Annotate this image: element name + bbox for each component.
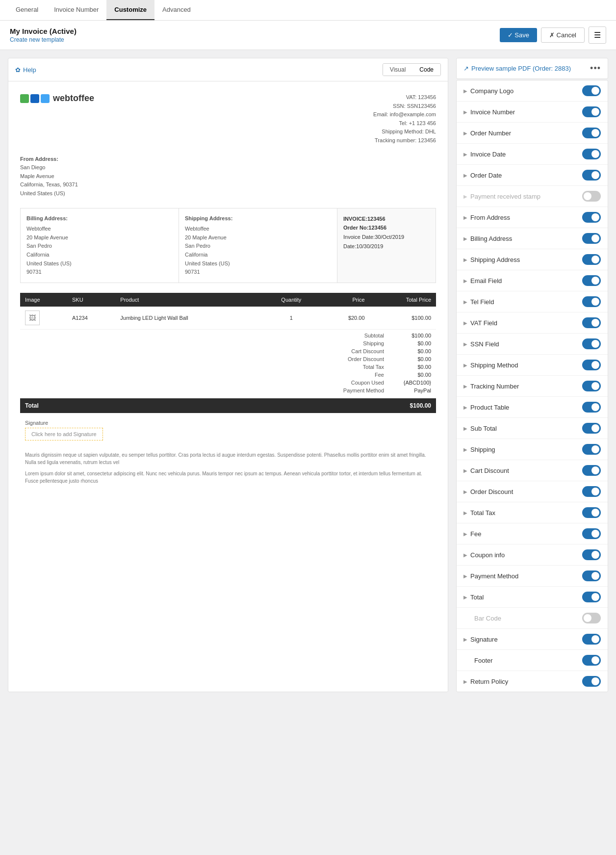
menu-button[interactable]: ☰ <box>589 26 606 44</box>
save-button[interactable]: ✓ Save <box>500 28 537 42</box>
toggle-shipping-method[interactable] <box>582 360 601 370</box>
chevron-icon[interactable]: ▶ <box>463 426 467 431</box>
toggle-billing-address[interactable] <box>582 233 601 244</box>
toggle-signature[interactable] <box>582 634 601 645</box>
toggle-slider-tel-field <box>582 296 601 307</box>
toggle-slider-order-number <box>582 128 601 138</box>
chevron-icon[interactable]: ▶ <box>463 384 467 389</box>
chevron-icon[interactable]: ▶ <box>463 510 467 516</box>
chevron-icon[interactable]: ▶ <box>463 215 467 220</box>
chevron-icon[interactable]: ▶ <box>463 573 467 579</box>
cell-price: $20.00 <box>320 307 370 330</box>
settings-label-payment-method: Payment Method <box>470 572 518 580</box>
code-btn[interactable]: Code <box>412 64 440 76</box>
toggle-footer[interactable] <box>582 655 601 666</box>
chevron-icon[interactable]: ▶ <box>463 109 467 115</box>
toggle-payment-received-stamp[interactable] <box>582 191 601 202</box>
tab-customize[interactable]: Customize <box>106 0 154 20</box>
create-template-link[interactable]: Create new template <box>10 36 77 43</box>
toggle-sub-total[interactable] <box>582 423 601 434</box>
toggle-tel-field[interactable] <box>582 296 601 307</box>
settings-item-invoice-date: ▶ Invoice Date <box>457 144 608 165</box>
preview-more-button[interactable]: ••• <box>590 63 601 74</box>
total-row-value: {ABCD100} <box>392 380 431 386</box>
toggle-slider-signature <box>582 634 601 645</box>
settings-item-from-address: ▶ From Address <box>457 207 608 228</box>
toggle-fee[interactable] <box>582 528 601 539</box>
chevron-icon[interactable]: ▶ <box>463 152 467 157</box>
chevron-icon[interactable]: ▶ <box>463 88 467 94</box>
chevron-icon[interactable]: ▶ <box>463 173 467 178</box>
toggle-coupon-info[interactable] <box>582 549 601 560</box>
tab-invoice-number[interactable]: Invoice Number <box>46 0 106 20</box>
settings-label-footer: Footer <box>474 657 493 664</box>
settings-item-shipping: ▶ Shipping <box>457 439 608 460</box>
toggle-slider-company-logo <box>582 85 601 96</box>
chevron-icon[interactable]: ▶ <box>463 405 467 410</box>
chevron-icon[interactable]: ▶ <box>463 257 467 262</box>
main-content: ✿ Help Visual Code webtoff <box>0 50 616 700</box>
chevron-icon[interactable]: ▶ <box>463 278 467 284</box>
toggle-vat-field[interactable] <box>582 317 601 328</box>
tab-advanced[interactable]: Advanced <box>154 0 199 20</box>
settings-label-from-address: From Address <box>470 214 510 221</box>
toggle-email-field[interactable] <box>582 275 601 286</box>
toggle-order-number[interactable] <box>582 128 601 138</box>
toggle-payment-method[interactable] <box>582 570 601 581</box>
settings-label-order-discount: Order Discount <box>470 488 513 495</box>
toggle-total[interactable] <box>582 592 601 602</box>
toggle-from-address[interactable] <box>582 212 601 223</box>
chevron-icon[interactable]: ▶ <box>463 531 467 537</box>
chevron-icon[interactable]: ▶ <box>463 468 467 473</box>
toggle-total-tax[interactable] <box>582 507 601 518</box>
chevron-icon[interactable]: ▶ <box>463 299 467 305</box>
settings-item-left-total: ▶ Total <box>463 594 484 601</box>
chevron-icon[interactable]: ▶ <box>463 489 467 494</box>
settings-item-left-coupon-info: ▶ Coupon info <box>463 551 505 559</box>
toggle-bar-code[interactable] <box>582 613 601 623</box>
chevron-icon[interactable]: ▶ <box>463 236 467 241</box>
toggle-order-discount[interactable] <box>582 486 601 497</box>
invoice-preview: webtoffee VAT: 123456 SSN: SSN123456 Ema… <box>8 81 448 505</box>
preview-pdf-link[interactable]: ↗ Preview sample PDF (Order: 2883) <box>463 65 571 72</box>
toggle-slider-shipping-address <box>582 254 601 265</box>
toggle-product-table[interactable] <box>582 402 601 413</box>
billing-address-section: Billing Address: Webtoffee 20 Maple Aven… <box>21 208 179 283</box>
cancel-button[interactable]: ✗ Cancel <box>541 27 585 43</box>
settings-item-bar-code: Bar Code <box>457 608 608 629</box>
toggle-tracking-number[interactable] <box>582 381 601 391</box>
toggle-shipping[interactable] <box>582 444 601 455</box>
toggle-cart-discount[interactable] <box>582 465 601 476</box>
settings-item-left-email-field: ▶ Email Field <box>463 277 502 285</box>
toggle-slider-return-policy <box>582 676 601 687</box>
chevron-icon[interactable]: ▶ <box>463 552 467 558</box>
total-row-value: $100.00 <box>392 333 431 338</box>
settings-item-left-invoice-number: ▶ Invoice Number <box>463 108 515 116</box>
signature-box[interactable]: Click here to add Signature <box>25 428 103 440</box>
invoice-number: INVOICE:123456 <box>343 214 430 224</box>
chevron-icon[interactable]: ▶ <box>463 595 467 600</box>
tab-general[interactable]: General <box>8 0 46 20</box>
chevron-icon[interactable]: ▶ <box>463 341 467 347</box>
help-button[interactable]: ✿ Help <box>15 66 36 74</box>
billing-country: United States (US) <box>26 259 173 268</box>
chevron-icon[interactable]: ▶ <box>463 320 467 326</box>
toggle-slider-invoice-date <box>582 149 601 159</box>
chevron-icon[interactable]: ▶ <box>463 637 467 642</box>
cell-product: Jumbing LED Light Wall Ball <box>115 307 263 330</box>
total-row: Payment MethodPayPal <box>25 387 431 394</box>
visual-btn[interactable]: Visual <box>383 64 412 76</box>
toggle-invoice-date[interactable] <box>582 149 601 159</box>
chevron-icon[interactable]: ▶ <box>463 363 467 368</box>
chevron-icon[interactable]: ▶ <box>463 679 467 684</box>
toggle-ssn-field[interactable] <box>582 338 601 349</box>
settings-label-coupon-info: Coupon info <box>470 551 505 559</box>
chevron-icon[interactable]: ▶ <box>463 130 467 136</box>
chevron-icon[interactable]: ▶ <box>463 447 467 452</box>
toggle-shipping-address[interactable] <box>582 254 601 265</box>
toggle-invoice-number[interactable] <box>582 106 601 117</box>
toggle-company-logo[interactable] <box>582 85 601 96</box>
toggle-order-date[interactable] <box>582 170 601 181</box>
settings-item-ssn-field: ▶ SSN Field <box>457 334 608 355</box>
toggle-return-policy[interactable] <box>582 676 601 687</box>
